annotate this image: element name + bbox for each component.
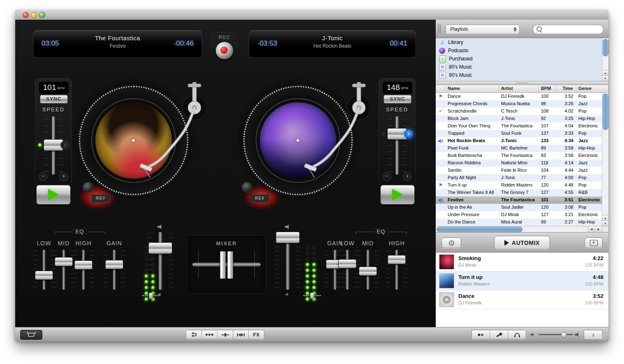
scroll-left-icon[interactable]: ◀ [588, 226, 595, 232]
track-row[interactable]: The Winner Takes It All The Groovy 7 127… [436, 189, 608, 196]
track-row[interactable]: Budi Bamboocha The Fourtastica 83 3:58 E… [436, 152, 608, 159]
crossfader-tool-button[interactable] [217, 330, 233, 339]
deck-right-pitch-minus-button[interactable]: − [382, 172, 391, 181]
queue-item[interactable]: Smoking DJ Mirak 4:22 126 BPM [436, 253, 608, 272]
deck-left-sync-button[interactable]: SYNC [40, 95, 68, 104]
track-row[interactable]: Doin Your Own Thing The Fourtastica 107 … [436, 122, 608, 130]
column-header-name[interactable]: Name [446, 85, 499, 92]
scroll-right-icon[interactable]: ▶ [595, 226, 602, 232]
deck-left-reverse-button[interactable]: REV [91, 194, 110, 203]
title-bar[interactable] [15, 10, 608, 20]
deck-left-pitch-minus-button[interactable]: − [39, 172, 48, 181]
source-list-item[interactable]: Podcasts [436, 46, 608, 55]
minimize-button[interactable] [31, 12, 37, 18]
scrollbar-thumb[interactable] [437, 227, 522, 232]
column-header-genre[interactable]: Genre [576, 85, 608, 92]
track-row[interactable]: Hot Rockin Beats J-Tonic 133 4:34 Jazz [436, 137, 608, 145]
track-row[interactable]: ⚑ Dance DJ Fireredk 100 3:52 Pop [436, 93, 608, 100]
eq-mid-slider-right[interactable] [356, 250, 379, 290]
history-button[interactable] [441, 237, 461, 248]
track-row[interactable]: Festivo The Fourtastica 101 3:51 Electro… [436, 196, 608, 204]
loop-button[interactable] [186, 330, 202, 339]
deck-left-speed-slider[interactable]: ♪ [35, 116, 72, 175]
scrollbar-thumb[interactable] [603, 94, 608, 130]
track-row[interactable]: Up in the Air Soul Jadler 120 3:08 Pop [436, 204, 608, 211]
track-row[interactable]: ✓ Scratchdoodle C Tesch 108 4:02 Pop [436, 108, 608, 115]
music-library-button[interactable]: ♪ [584, 330, 603, 340]
pitch-bend-slider-right[interactable] [303, 293, 321, 298]
track-row[interactable]: Pixel Funk MC Bartelme 89 3:58 Hip-Hop [436, 145, 608, 152]
table-scrollbar[interactable]: ▲ ▼ [602, 93, 608, 226]
track-row[interactable]: Progressive Chords Musica Nueba 98 3:26 … [436, 100, 608, 108]
search-input[interactable] [543, 25, 598, 33]
deck-right-play-button[interactable] [380, 185, 415, 205]
panel-splitter[interactable] [436, 81, 608, 85]
fx-button[interactable]: FX [249, 330, 264, 339]
track-row[interactable]: Block Jam J-Tonic 92 3:25 Hip-Hop [436, 115, 608, 122]
deck-left-pitch-plus-button[interactable]: + [59, 172, 68, 181]
deck-right-pitch-plus-button[interactable]: + [403, 172, 412, 181]
cue-points-button[interactable] [202, 330, 217, 339]
eq-low-slider-right[interactable] [336, 250, 359, 290]
source-selector[interactable]: Playlists [446, 25, 520, 34]
track-row[interactable]: ⚑ Turn it up Riddim Masters 120 4:48 Pop [436, 182, 608, 189]
resize-grip[interactable] [601, 334, 607, 340]
track-row[interactable]: Do the Dance Miss Aural 99 2:27 Hip-Hop [436, 219, 608, 226]
table-header[interactable]: Name Artist BPM Time Genre [436, 85, 608, 93]
track-row[interactable]: Trapped Soul Funk 137 3:33 Pop [436, 130, 608, 137]
gain-slider-left[interactable] [103, 250, 126, 290]
scroll-up-icon[interactable]: ▲ [602, 215, 608, 221]
source-scrollbar[interactable]: ▲ ▼ [602, 38, 608, 81]
fullscreen-button[interactable] [20, 330, 42, 340]
scroll-down-icon[interactable]: ▼ [602, 75, 608, 81]
deck-left-strobe-button[interactable] [83, 182, 93, 193]
column-header-bpm[interactable]: BPM [539, 85, 557, 92]
deck-left-tonearm[interactable] [139, 77, 204, 180]
queue-item[interactable]: Turn it up Riddim Masters 4:48 120 BPM [436, 272, 608, 290]
volume-slider[interactable] [538, 334, 573, 335]
search-field[interactable] [533, 24, 603, 34]
deck-right-reverse-button[interactable]: REV [250, 194, 269, 203]
automix-button[interactable]: AUTOMIX [494, 236, 550, 249]
crossfader[interactable] [192, 263, 261, 267]
scroll-up-icon[interactable]: ▲ [602, 70, 608, 76]
zoom-button[interactable] [39, 12, 45, 18]
close-button[interactable] [23, 12, 29, 18]
deck-right-strobe-button[interactable] [242, 182, 252, 193]
track-row[interactable]: Santilo Fede le Rico 104 4:44 Jazz [436, 167, 608, 174]
crossfader-handle[interactable] [220, 251, 233, 279]
deck-left-keylock-button[interactable]: ♪ [60, 141, 69, 150]
deck-left-play-button[interactable] [36, 185, 71, 205]
track-row[interactable]: Party All Night J-Tonic 77 4:00 Pop [436, 174, 608, 182]
eq-high-slider-left[interactable] [72, 250, 95, 290]
skip-button[interactable] [233, 330, 249, 339]
deck-right-tonearm[interactable] [303, 77, 369, 180]
queue-drawer-button[interactable]: ▼ [585, 237, 603, 248]
scrollbar-thumb[interactable] [603, 39, 608, 56]
track-artist: J-Tonic [499, 115, 539, 122]
source-list-item[interactable]: ⚙ 90's Music [436, 71, 608, 79]
drag-grip-icon[interactable] [438, 24, 441, 33]
headphones-button[interactable] [508, 330, 526, 339]
record-button[interactable] [215, 41, 233, 60]
column-header-time[interactable]: Time [557, 85, 576, 92]
microphone-button[interactable] [490, 330, 508, 339]
source-list-item[interactable]: ⚙ 80's Music [436, 63, 608, 71]
queue-item[interactable]: Dance DJ Fireredk 3:52 100 BPM [436, 290, 608, 309]
deck-right-speed-slider[interactable]: ♪ [379, 116, 415, 175]
source-list-item[interactable]: ♪ Purchased [436, 55, 608, 63]
track-row[interactable]: Under Pressure DJ Mirak 127 3:21 Electro… [436, 211, 608, 219]
deck-right-sync-button[interactable]: SYNC [384, 95, 411, 104]
track-row[interactable]: Racoon Riddims Nallorie Minn 118 4:14 Ja… [436, 159, 608, 167]
table-horizontal-scrollbar[interactable]: ◀ ▶ [436, 226, 608, 232]
scroll-down-icon[interactable]: ▼ [602, 220, 608, 226]
column-header-artist[interactable]: Artist [499, 85, 539, 92]
volume-fader-left[interactable] [147, 232, 174, 290]
deck-right-keylock-button[interactable]: ♪ [404, 129, 413, 138]
volume-fader-right[interactable] [274, 232, 301, 290]
source-list-item[interactable]: ♫ Library [436, 38, 608, 46]
eq-high-slider-right[interactable] [385, 250, 408, 290]
record-session-button[interactable] [472, 330, 490, 339]
volume-knob[interactable] [561, 332, 567, 338]
pitch-bend-slider-left[interactable] [142, 293, 160, 298]
